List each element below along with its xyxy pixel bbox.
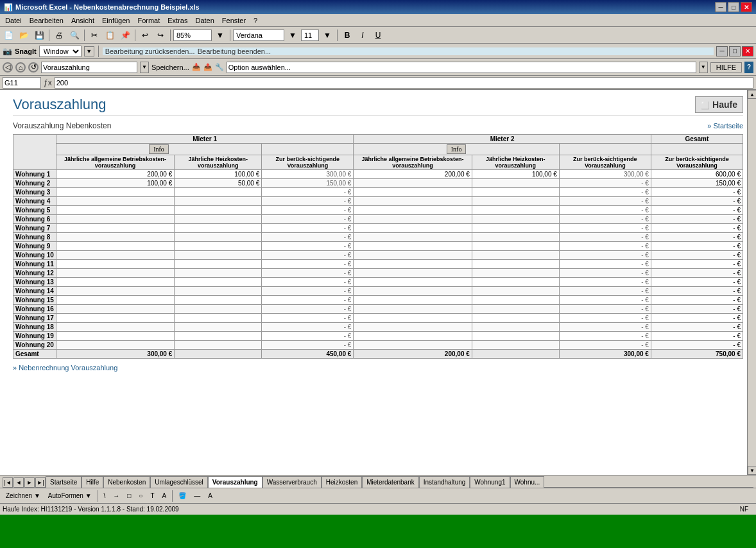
gesamt-cell[interactable]: - €	[651, 188, 743, 197]
tab-wohnung1[interactable]: Wohnung1	[470, 476, 510, 488]
bearbeitung-zurueck[interactable]: Bearbeitung zurücksenden...	[105, 47, 195, 55]
font-color-button[interactable]: A	[205, 490, 216, 502]
save-button[interactable]: 💾	[32, 29, 46, 42]
m2-zur-cell[interactable]: - €	[559, 233, 651, 242]
m1-zur-cell[interactable]: - €	[262, 242, 354, 251]
m1-zur-cell[interactable]: 300,00 €	[262, 170, 354, 179]
m2-zur-cell[interactable]: - €	[559, 260, 651, 269]
m2-zur-cell[interactable]: - €	[559, 332, 651, 341]
m2-zur-cell[interactable]: - €	[559, 287, 651, 296]
m1-betr-cell[interactable]	[56, 269, 174, 278]
m1-heiz-cell[interactable]	[175, 233, 262, 242]
m2-betr-cell[interactable]	[354, 296, 472, 305]
m1-betr-cell[interactable]	[56, 341, 174, 350]
m1-betr-cell[interactable]	[56, 251, 174, 260]
m2-betr-cell[interactable]	[354, 278, 472, 287]
m2-heiz-cell[interactable]	[472, 251, 559, 260]
m2-heiz-cell[interactable]: 100,00 €	[472, 170, 559, 179]
m1-heiz-cell[interactable]	[175, 296, 262, 305]
m2-betr-cell[interactable]	[354, 323, 472, 332]
m1-zur-cell[interactable]: - €	[262, 323, 354, 332]
m2-heiz-cell[interactable]	[472, 341, 559, 350]
gesamt-cell[interactable]: - €	[651, 242, 743, 251]
rect-tool[interactable]: □	[124, 490, 134, 502]
gesamt-cell[interactable]: - €	[651, 197, 743, 206]
underline-button[interactable]: U	[371, 29, 385, 42]
m1-betr-cell[interactable]	[56, 314, 174, 323]
redo-button[interactable]: ↪	[153, 29, 168, 42]
back-nav-icon[interactable]: ◁	[3, 62, 13, 73]
m2-zur-cell[interactable]: - €	[559, 197, 651, 206]
m2-heiz-cell[interactable]	[472, 197, 559, 206]
m1-heiz-cell[interactable]	[175, 224, 262, 233]
cell-reference[interactable]: G11	[3, 77, 41, 89]
close-button-2[interactable]: ✕	[742, 46, 753, 56]
gesamt-cell[interactable]: - €	[651, 332, 743, 341]
m1-betr-cell[interactable]	[56, 287, 174, 296]
speichern-icon-1[interactable]: 📥	[192, 63, 201, 71]
m1-heiz-cell[interactable]: 50,00 €	[175, 179, 262, 188]
italic-button[interactable]: I	[356, 29, 370, 42]
m1-betr-cell[interactable]	[56, 323, 174, 332]
m2-heiz-cell[interactable]	[472, 323, 559, 332]
preview-button[interactable]: 🔍	[67, 29, 82, 42]
m1-zur-cell[interactable]: - €	[262, 233, 354, 242]
m1-zur-cell[interactable]: - €	[262, 296, 354, 305]
m2-heiz-cell[interactable]	[472, 206, 559, 215]
m2-heiz-cell[interactable]	[472, 269, 559, 278]
tab-wohnux[interactable]: Wohnu...	[510, 476, 545, 488]
m2-betr-cell[interactable]	[354, 233, 472, 242]
gesamt-cell[interactable]: - €	[651, 314, 743, 323]
tab-vorauszahlung[interactable]: Vorauszahlung	[208, 476, 262, 488]
m1-betr-cell[interactable]: 100,00 €	[56, 179, 174, 188]
m2-heiz-cell[interactable]	[472, 224, 559, 233]
m2-betr-cell[interactable]	[354, 197, 472, 206]
gesamt-cell[interactable]: - €	[651, 251, 743, 260]
m1-betr-cell[interactable]	[56, 332, 174, 341]
total-m1-zur[interactable]: 450,00 €	[262, 350, 354, 359]
m2-betr-cell[interactable]	[354, 215, 472, 224]
bold-button[interactable]: B	[340, 29, 354, 42]
line-tool[interactable]: \	[101, 490, 109, 502]
gesamt-cell[interactable]: - €	[651, 206, 743, 215]
m1-betr-cell[interactable]	[56, 197, 174, 206]
m1-heiz-cell[interactable]	[175, 314, 262, 323]
m2-betr-cell[interactable]	[354, 188, 472, 197]
m1-zur-cell[interactable]: - €	[262, 332, 354, 341]
font-dropdown[interactable]: ▼	[286, 29, 300, 42]
m2-betr-cell[interactable]	[354, 179, 472, 188]
speichern-icon-2[interactable]: 📤	[203, 63, 212, 71]
m2-heiz-cell[interactable]	[472, 332, 559, 341]
close-button[interactable]: ✕	[741, 2, 752, 12]
speichern-icon-3[interactable]: 🔧	[215, 63, 224, 71]
m2-betr-cell[interactable]	[354, 224, 472, 233]
m2-betr-cell[interactable]	[354, 269, 472, 278]
tab-hilfe[interactable]: Hilfe	[82, 476, 103, 488]
font-select[interactable]: Verdana	[233, 30, 284, 41]
menu-bearbeiten[interactable]: Bearbeiten	[26, 15, 67, 26]
gesamt-cell[interactable]: - €	[651, 287, 743, 296]
gesamt-cell[interactable]: - €	[651, 224, 743, 233]
m2-heiz-cell[interactable]	[472, 287, 559, 296]
m2-betr-cell[interactable]	[354, 242, 472, 251]
m2-heiz-cell[interactable]	[472, 233, 559, 242]
m1-zur-cell[interactable]: - €	[262, 215, 354, 224]
tab-instandhaltung[interactable]: Instandhaltung	[419, 476, 470, 488]
gesamt-cell[interactable]: 600,00 €	[651, 170, 743, 179]
window-select[interactable]: Window	[39, 46, 82, 57]
zeichnen-button[interactable]: Zeichnen ▼	[3, 490, 44, 502]
m1-betr-cell[interactable]	[56, 242, 174, 251]
m2-zur-cell[interactable]: - €	[559, 206, 651, 215]
m1-zur-cell[interactable]: - €	[262, 224, 354, 233]
m2-zur-cell[interactable]: - €	[559, 251, 651, 260]
m1-zur-cell[interactable]: - €	[262, 206, 354, 215]
tab-startseite[interactable]: Startseite	[46, 476, 82, 488]
m1-zur-cell[interactable]: - €	[262, 269, 354, 278]
m1-heiz-cell[interactable]	[175, 305, 262, 314]
m2-zur-cell[interactable]: - €	[559, 323, 651, 332]
home-nav-icon[interactable]: ⌂	[15, 62, 26, 73]
window-dropdown[interactable]: ▼	[84, 46, 94, 56]
m1-heiz-cell[interactable]: 100,00 €	[175, 170, 262, 179]
m2-betr-cell[interactable]	[354, 341, 472, 350]
m1-betr-cell[interactable]: 200,00 €	[56, 170, 174, 179]
